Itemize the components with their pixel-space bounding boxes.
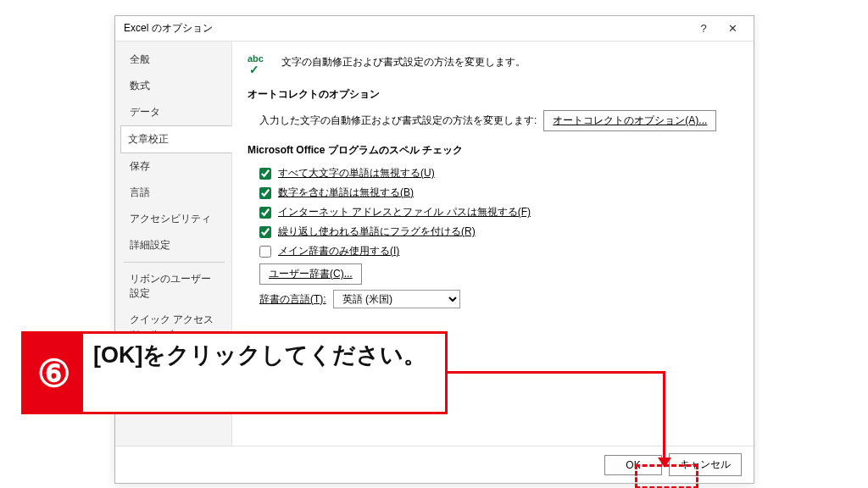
chk-internet-label: インターネット アドレスとファイル パスは無視する(F) xyxy=(278,205,531,219)
chk-mainonly-row: メイン辞書のみ使用する(I) xyxy=(248,244,738,258)
sidebar-item-ribbon[interactable]: リボンのユーザー設定 xyxy=(120,266,226,307)
callout-arrow-vertical xyxy=(663,371,665,459)
callout-arrow-head-icon xyxy=(658,458,671,468)
autocorrect-desc: 入力した文字の自動修正および書式設定の方法を変更します: xyxy=(259,114,537,128)
chk-numbers-label: 数字を含む単語は無視する(B) xyxy=(278,186,414,200)
ok-button[interactable]: OK xyxy=(604,455,662,475)
help-button[interactable]: ? xyxy=(689,17,718,41)
chk-repeat-row: 繰り返し使われる単語にフラグを付ける(R) xyxy=(248,225,738,239)
autocorrect-row: 入力した文字の自動修正および書式設定の方法を変更します: オートコレクトのオプシ… xyxy=(248,110,738,131)
instruction-callout: ⑥ [OK]をクリックしてください。 xyxy=(21,331,448,414)
sidebar-item-save[interactable]: 保存 xyxy=(120,153,226,180)
dictlang-label: 辞書の言語(T): xyxy=(259,292,326,307)
chk-mainonly-label: メイン辞書のみ使用する(I) xyxy=(278,244,399,258)
sidebar-item-advanced[interactable]: 詳細設定 xyxy=(120,232,226,258)
sidebar-item-formulas[interactable]: 数式 xyxy=(120,73,226,99)
cancel-button[interactable]: キャンセル xyxy=(669,453,742,476)
user-dict-button[interactable]: ユーザー辞書(C)... xyxy=(259,263,362,285)
chk-upper-row: すべて大文字の単語は無視する(U) xyxy=(248,166,738,180)
userdict-row: ユーザー辞書(C)... xyxy=(248,263,738,285)
sidebar-item-language[interactable]: 言語 xyxy=(120,180,226,206)
section-spell-title: Microsoft Office プログラムのスペル チェック xyxy=(248,143,738,158)
chk-repeat-label: 繰り返し使われる単語にフラグを付ける(R) xyxy=(278,225,476,239)
chk-upper-label: すべて大文字の単語は無視する(U) xyxy=(278,166,435,180)
autocorrect-options-button[interactable]: オートコレクトのオプション(A)... xyxy=(543,110,716,131)
heading-text: 文字の自動修正および書式設定の方法を変更します。 xyxy=(281,53,526,69)
heading-row: abc ✓ 文字の自動修正および書式設定の方法を変更します。 xyxy=(248,53,738,74)
dict-language-select[interactable]: 英語 (米国) xyxy=(333,290,460,308)
chk-main-dict-only[interactable] xyxy=(259,246,271,258)
chk-ignore-uppercase[interactable] xyxy=(259,168,271,180)
titlebar: Excel のオプション ? ✕ xyxy=(115,16,754,42)
chk-ignore-internet[interactable] xyxy=(259,207,271,219)
instruction-text: [OK]をクリックしてください。 xyxy=(83,334,445,412)
chk-internet-row: インターネット アドレスとファイル パスは無視する(F) xyxy=(248,205,738,219)
chk-flag-repeat[interactable] xyxy=(259,226,271,238)
chk-numbers-row: 数字を含む単語は無視する(B) xyxy=(248,186,738,200)
sidebar-item-proofing[interactable]: 文章校正 xyxy=(120,125,232,153)
close-button[interactable]: ✕ xyxy=(718,17,747,41)
checkmark-icon: ✓ xyxy=(249,63,259,76)
sidebar-item-data[interactable]: データ xyxy=(120,99,226,125)
sidebar-item-accessibility[interactable]: アクセシビリティ xyxy=(120,206,226,232)
callout-arrow-horizontal xyxy=(448,371,665,374)
step-number-badge: ⑥ xyxy=(24,334,83,412)
section-autocorrect-title: オートコレクトのオプション xyxy=(248,87,738,102)
dictlang-row: 辞書の言語(T): 英語 (米国) xyxy=(248,290,738,308)
sidebar-item-general[interactable]: 全般 xyxy=(120,47,226,73)
proofing-icon: abc ✓ xyxy=(248,53,273,74)
chk-ignore-numbers[interactable] xyxy=(259,187,271,199)
dialog-title: Excel のオプション xyxy=(124,21,689,36)
divider xyxy=(124,262,225,263)
